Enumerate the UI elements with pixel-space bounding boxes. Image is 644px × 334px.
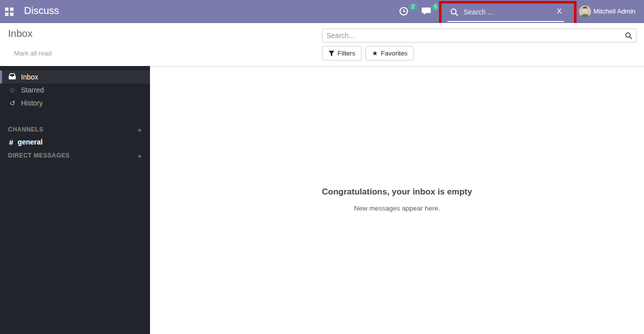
history-icon: ↺ (8, 99, 16, 107)
hash-icon: # (9, 138, 13, 146)
systray-search-input[interactable] (464, 6, 538, 18)
top-navbar: Discuss 2 5 X Mitc (0, 0, 644, 23)
search-box[interactable] (322, 28, 636, 42)
activity-menu-button[interactable]: 2 (399, 4, 414, 18)
sidebar-item-label: History (21, 99, 43, 107)
discuss-sidebar: Inbox ☆ Starred ↺ History CHANNELS + # g… (0, 66, 150, 334)
search-underline (448, 21, 564, 22)
channel-label: general (18, 138, 42, 146)
search-icon (450, 8, 458, 16)
dm-header-label: DIRECT MESSAGES (8, 152, 70, 159)
favorites-label: Favorites (381, 50, 408, 57)
filter-funnel-icon (328, 50, 334, 56)
activity-clock-icon (399, 6, 408, 16)
messages-count-badge: 5 (432, 3, 440, 11)
avatar[interactable] (579, 6, 591, 18)
avatar-image (579, 6, 591, 18)
inbox-icon (8, 73, 16, 81)
activity-count-badge: 2 (409, 3, 417, 11)
sidebar-item-history[interactable]: ↺ History (0, 96, 150, 110)
channels-header-label: CHANNELS (8, 126, 44, 133)
dm-section-header: DIRECT MESSAGES + (0, 150, 150, 162)
filters-button[interactable]: Filters (322, 46, 362, 60)
sidebar-item-inbox[interactable]: Inbox (0, 70, 150, 84)
search-input[interactable] (322, 29, 636, 42)
messages-menu-button[interactable]: 5 (422, 4, 436, 18)
star-icon: ☆ (8, 86, 16, 94)
user-menu[interactable]: Mitchell Admin (594, 8, 636, 15)
systray-search[interactable]: X (442, 4, 574, 24)
empty-state-title: Congratulations, your inbox is empty (150, 187, 644, 197)
empty-state-subtitle: New messages appear here. (150, 204, 644, 212)
sidebar-item-label: Inbox (21, 73, 38, 81)
filters-label: Filters (338, 50, 355, 57)
search-icon[interactable] (625, 32, 632, 40)
apps-menu-icon[interactable] (5, 8, 14, 16)
empty-state: Congratulations, your inbox is empty New… (150, 66, 644, 212)
app-title[interactable]: Discuss (24, 5, 59, 16)
add-channel-icon[interactable]: + (138, 126, 142, 134)
star-icon: ★ (372, 50, 378, 57)
sidebar-channel-general[interactable]: # general (0, 136, 150, 148)
main-row: Inbox ☆ Starred ↺ History CHANNELS + # g… (0, 66, 644, 334)
sidebar-item-starred[interactable]: ☆ Starred (0, 84, 150, 96)
content-area: Congratulations, your inbox is empty New… (150, 66, 644, 334)
breadcrumb: Inbox (8, 28, 32, 40)
control-panel: Inbox Mark all read Filters ★ Favorites (0, 23, 644, 66)
channels-section-header: CHANNELS + (0, 124, 150, 136)
favorites-button[interactable]: ★ Favorites (366, 46, 414, 60)
chat-bubble-icon (422, 6, 431, 16)
mark-all-read-button[interactable]: Mark all read (14, 50, 52, 57)
add-dm-icon[interactable]: + (138, 152, 142, 160)
close-search-icon[interactable]: X (557, 7, 562, 15)
sidebar-item-label: Starred (21, 86, 44, 94)
